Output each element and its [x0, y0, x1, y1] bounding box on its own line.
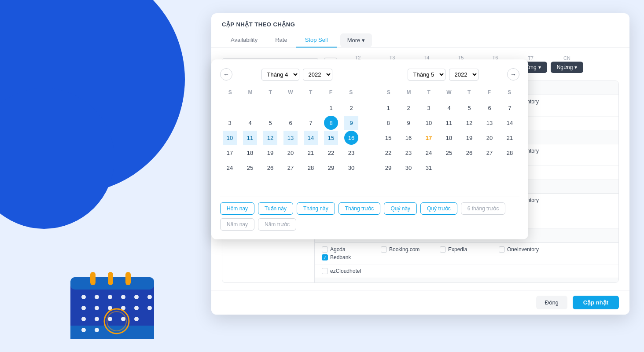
wd2-s2: S — [499, 88, 519, 97]
cal-day[interactable]: 25 — [243, 161, 257, 175]
shortcut-last-quarter[interactable]: Quý trước — [420, 202, 457, 215]
cal-day[interactable]: 7 — [503, 101, 517, 115]
more-label: More — [347, 37, 361, 44]
cal-day[interactable]: 24 — [223, 161, 237, 175]
cal-day[interactable]: 12 — [263, 131, 277, 145]
cal-day[interactable]: 12 — [462, 116, 476, 130]
cal-day[interactable]: 19 — [263, 146, 277, 160]
cal-day[interactable]: 27 — [283, 161, 298, 175]
cal-day[interactable]: 18 — [442, 131, 456, 145]
svg-point-10 — [95, 295, 99, 299]
cal-day[interactable]: 19 — [462, 131, 476, 145]
shortcut-this-quarter[interactable]: Quý này — [384, 202, 417, 215]
cal-day[interactable]: 8 — [381, 116, 395, 130]
cal-day[interactable]: 21 — [304, 146, 318, 160]
prev-month-button[interactable]: ← — [220, 68, 232, 81]
cal-day[interactable]: 17 — [422, 131, 436, 145]
cb-agoda-4[interactable] — [322, 246, 328, 253]
cal-day[interactable]: 8 — [324, 116, 338, 130]
svg-rect-7 — [108, 272, 113, 285]
cal-day[interactable]: 2 — [344, 101, 358, 115]
cal-day[interactable]: 13 — [482, 116, 497, 130]
cal-day[interactable]: 4 — [442, 101, 456, 115]
tab-stop-sell[interactable]: Stop Sell — [296, 33, 337, 48]
cal-day[interactable]: 3 — [223, 116, 237, 130]
month2-select[interactable]: Tháng 5 — [408, 69, 445, 81]
close-button[interactable]: Đóng — [536, 296, 567, 309]
cal-day[interactable]: 28 — [503, 146, 517, 160]
next-month-button[interactable]: → — [507, 68, 519, 81]
channel-section-5: Kênh bán phòng Agoda Booking.com Expe — [315, 278, 618, 282]
wd2-t1: T — [419, 88, 439, 97]
cal-day[interactable]: 20 — [283, 146, 298, 160]
cb-bedbank-4[interactable] — [322, 254, 328, 260]
wd-t1: T — [260, 88, 280, 97]
svg-rect-6 — [90, 272, 96, 285]
cb-oneinventory-4[interactable] — [499, 246, 505, 253]
tab-rate[interactable]: Rate — [266, 33, 296, 48]
cal-day[interactable]: 10 — [223, 131, 237, 145]
shortcut-this-month[interactable]: Tháng này — [297, 202, 335, 215]
cal-day[interactable]: 1 — [324, 101, 338, 115]
cal-day[interactable]: 14 — [503, 116, 517, 130]
year2-select[interactable]: 2022 — [449, 69, 478, 81]
shortcut-last-month[interactable]: Tháng trước — [339, 202, 381, 215]
cal-day[interactable]: 30 — [344, 161, 358, 175]
cal-day[interactable]: 5 — [263, 116, 277, 130]
stop-sell-cn-btn[interactable]: Ngừng ▾ — [551, 62, 584, 73]
calendar-month1: S M T W T F S 12345678910111213141516171… — [220, 88, 361, 190]
chevron-down-icon: ▾ — [362, 37, 365, 44]
year1-select[interactable]: 2022 — [303, 69, 332, 81]
cal-day[interactable]: 18 — [243, 146, 257, 160]
svg-point-21 — [81, 317, 86, 321]
ch-agoda-4: Agoda — [322, 246, 379, 253]
cb-expedia-4[interactable] — [440, 246, 446, 253]
cal-day[interactable]: 26 — [263, 161, 277, 175]
cal-day[interactable]: 11 — [243, 131, 257, 145]
cal-day[interactable]: 6 — [482, 101, 497, 115]
cal-day[interactable]: 28 — [304, 161, 318, 175]
cal-day[interactable]: 29 — [381, 161, 395, 175]
cal-day[interactable]: 1 — [381, 101, 395, 115]
cal-day[interactable]: 4 — [243, 116, 257, 130]
cal-day[interactable]: 21 — [503, 131, 517, 145]
cal-day[interactable]: 31 — [422, 161, 436, 175]
tab-more[interactable]: More ▾ — [340, 33, 372, 47]
cal-day[interactable]: 23 — [401, 146, 416, 160]
cal-day[interactable]: 27 — [482, 146, 497, 160]
cal-day[interactable]: 15 — [324, 131, 338, 145]
cal-day[interactable]: 5 — [462, 101, 476, 115]
tab-availability[interactable]: Availability — [222, 33, 266, 48]
cal-day[interactable]: 14 — [304, 131, 318, 145]
cal-day[interactable]: 6 — [283, 116, 298, 130]
cal-day[interactable]: 11 — [442, 116, 456, 130]
shortcut-this-week[interactable]: Tuần này — [258, 202, 293, 215]
ch-oneinventory-4: OneInventory — [499, 246, 556, 253]
update-button[interactable]: Cập nhật — [573, 296, 619, 309]
cal-day[interactable]: 15 — [381, 131, 395, 145]
shortcut-today[interactable]: Hôm nay — [220, 202, 254, 215]
cal-day[interactable]: 16 — [344, 131, 358, 145]
cal-day[interactable]: 10 — [422, 116, 436, 130]
cal-day[interactable]: 26 — [462, 146, 476, 160]
cal-day[interactable]: 3 — [422, 101, 436, 115]
cal-day[interactable]: 13 — [283, 131, 298, 145]
cal-day[interactable]: 29 — [324, 161, 338, 175]
cal-day[interactable]: 22 — [381, 146, 395, 160]
cal-day[interactable]: 9 — [344, 116, 358, 130]
cal-day[interactable]: 22 — [324, 146, 338, 160]
cal-day[interactable]: 7 — [304, 116, 318, 130]
cal-day[interactable]: 9 — [401, 116, 416, 130]
month1-select[interactable]: Tháng 4 — [261, 69, 299, 81]
cal-day[interactable]: 2 — [401, 101, 416, 115]
cal-day[interactable]: 23 — [344, 146, 358, 160]
cal-day[interactable]: 16 — [401, 131, 416, 145]
cb-ez-4[interactable] — [322, 268, 328, 274]
cal-day[interactable]: 20 — [482, 131, 497, 145]
cal-day[interactable]: 25 — [442, 146, 456, 160]
cal-day[interactable]: 30 — [401, 161, 416, 175]
calendar-shortcuts: Hôm nay Tuần này Tháng này Tháng trước Q… — [220, 197, 519, 231]
cal-day[interactable]: 17 — [223, 146, 237, 160]
cal-day[interactable]: 24 — [422, 146, 436, 160]
cb-booking-4[interactable] — [381, 246, 387, 253]
